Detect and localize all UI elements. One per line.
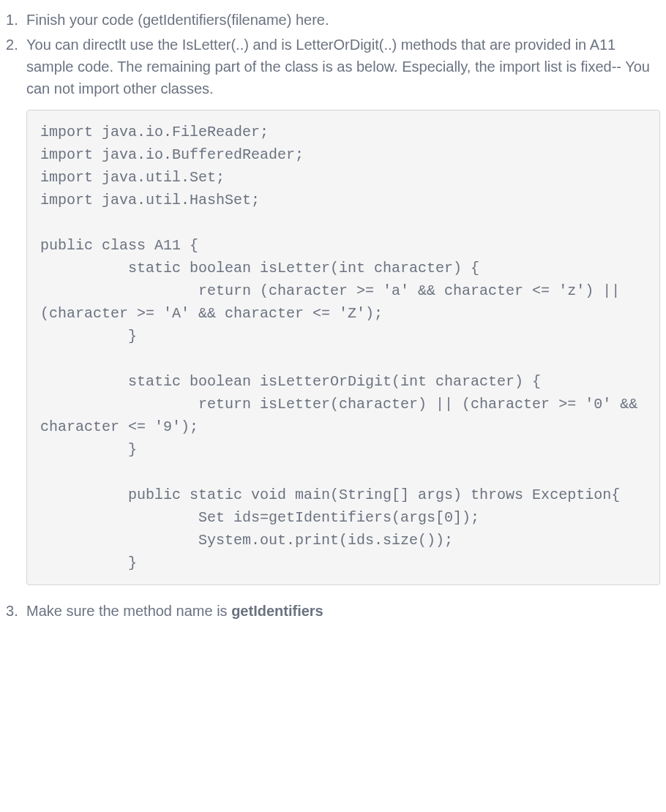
list-item-2-text: You can directlt use the IsLetter(..) an…: [26, 37, 650, 97]
code-block: import java.io.FileReader; import java.i…: [26, 110, 660, 585]
list-item-1-text: Finish your code (getIdentifiers(filenam…: [26, 12, 329, 28]
numbered-list-continued: Make sure the method name is getIdentifi…: [6, 600, 660, 622]
list-item-3: Make sure the method name is getIdentifi…: [6, 600, 660, 622]
list-item-3-prefix: Make sure the method name is: [26, 603, 231, 619]
list-item-2: You can directlt use the IsLetter(..) an…: [6, 34, 660, 99]
list-item-3-strong: getIdentifiers: [231, 603, 323, 619]
numbered-list: Finish your code (getIdentifiers(filenam…: [6, 9, 660, 99]
list-item-1: Finish your code (getIdentifiers(filenam…: [6, 9, 660, 31]
